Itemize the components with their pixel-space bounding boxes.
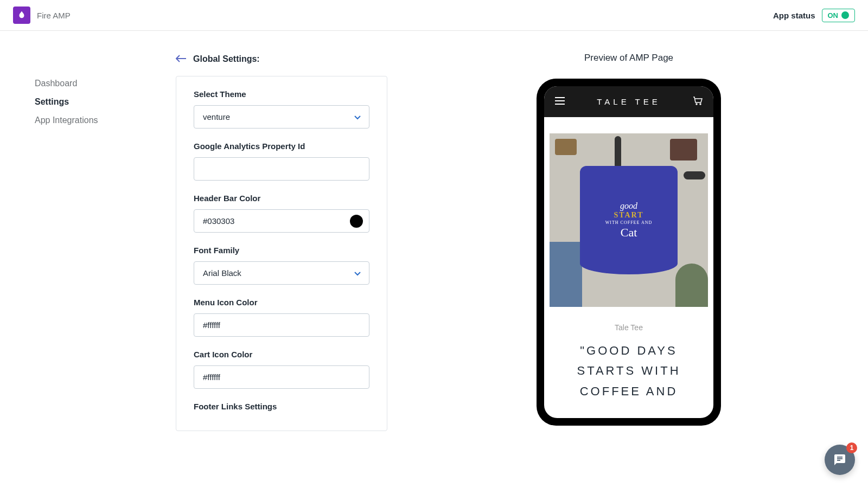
header-color-label: Header Bar Color <box>194 194 369 203</box>
sidebar: Dashboard Settings App Integrations <box>13 53 165 431</box>
sidebar-item-integrations[interactable]: App Integrations <box>35 111 165 130</box>
svg-point-4 <box>700 104 701 105</box>
svg-rect-1 <box>555 100 565 101</box>
preview-section: Preview of AMP Page TALE TEE <box>403 53 855 431</box>
hamburger-icon[interactable] <box>555 96 565 107</box>
product-title: "GOOD DAYS STARTS WITH COFFEE AND <box>555 341 703 401</box>
field-select-theme: Select Theme venture <box>194 89 369 129</box>
header-left: Fire AMP <box>13 7 71 24</box>
font-family-label: Font Family <box>194 246 369 255</box>
fire-icon <box>17 10 27 20</box>
cart-icon-color-label: Cart Icon Color <box>194 350 369 359</box>
svg-point-3 <box>696 104 697 105</box>
status-dot-icon <box>841 11 849 19</box>
color-swatch-icon[interactable] <box>350 215 363 228</box>
content-area: Global Settings: Select Theme venture Go… <box>176 53 855 431</box>
product-meta: Tale Tee "GOOD DAYS STARTS WITH COFFEE A… <box>544 307 713 401</box>
field-ga: Google Analytics Property Id <box>194 142 369 181</box>
ga-input[interactable] <box>194 157 369 181</box>
main-container: Dashboard Settings App Integrations Glob… <box>0 31 868 431</box>
select-theme-label: Select Theme <box>194 89 369 99</box>
tshirt-graphic: good START WITH COFFEE AND Cat <box>580 166 678 274</box>
app-status-label: App status <box>773 11 815 20</box>
status-text: ON <box>828 11 839 20</box>
phone-brand: TALE TEE <box>597 97 660 106</box>
font-family-input[interactable]: Arial Black <box>194 261 369 285</box>
field-font-family: Font Family Arial Black <box>194 246 369 285</box>
svg-rect-0 <box>555 97 565 98</box>
settings-section: Global Settings: Select Theme venture Go… <box>176 53 387 431</box>
sidebar-item-settings[interactable]: Settings <box>35 93 165 111</box>
breadcrumb: Global Settings: <box>176 53 387 65</box>
cart-icon[interactable] <box>693 97 703 107</box>
footer-links-label: Footer Links Settings <box>194 402 369 411</box>
tshirt-line3: WITH COFFEE AND <box>605 220 653 226</box>
app-name: Fire AMP <box>37 11 71 20</box>
header-right: App status ON <box>773 9 855 22</box>
phone-content: good START WITH COFFEE AND Cat Tale Tee … <box>544 117 713 401</box>
status-toggle[interactable]: ON <box>822 9 856 22</box>
phone-header: TALE TEE <box>544 86 713 117</box>
field-header-color: Header Bar Color <box>194 194 369 233</box>
phone-screen: TALE TEE <box>544 86 713 418</box>
phone-frame: TALE TEE <box>537 79 721 426</box>
preview-title: Preview of AMP Page <box>584 53 673 63</box>
app-logo <box>13 7 30 24</box>
field-menu-icon-color: Menu Icon Color <box>194 298 369 337</box>
menu-icon-color-input[interactable] <box>194 313 369 337</box>
product-brand: Tale Tee <box>555 323 703 332</box>
app-header: Fire AMP App status ON <box>0 0 868 31</box>
field-footer-links: Footer Links Settings <box>194 402 369 411</box>
product-image: good START WITH COFFEE AND Cat <box>550 133 708 307</box>
cart-icon-color-input[interactable] <box>194 365 369 389</box>
page-title: Global Settings: <box>193 54 260 64</box>
field-cart-icon-color: Cart Icon Color <box>194 350 369 389</box>
back-arrow-icon[interactable] <box>176 53 187 65</box>
tshirt-line1: good <box>605 201 653 211</box>
select-theme-input[interactable]: venture <box>194 105 369 129</box>
ga-label: Google Analytics Property Id <box>194 142 369 151</box>
header-color-input[interactable] <box>194 209 369 233</box>
settings-card: Select Theme venture Google Analytics Pr… <box>176 76 387 431</box>
tshirt-line2: START <box>605 211 653 220</box>
tshirt-line4: Cat <box>605 226 653 240</box>
menu-icon-color-label: Menu Icon Color <box>194 298 369 307</box>
sidebar-item-dashboard[interactable]: Dashboard <box>35 74 165 93</box>
svg-rect-2 <box>555 104 565 105</box>
